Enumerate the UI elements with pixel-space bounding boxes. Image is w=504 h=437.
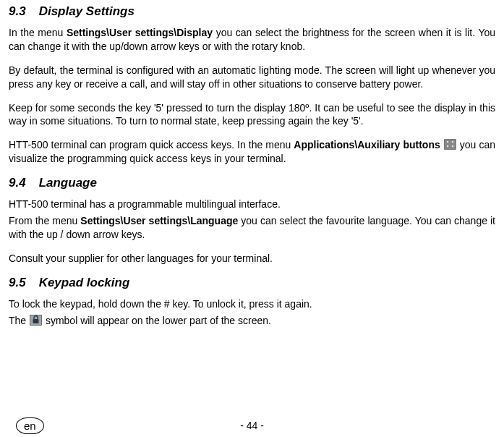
text: symbol will appear on the lower part of … [46, 315, 271, 326]
paragraph: Keep for some seconds the key '5' presse… [9, 101, 495, 129]
text: In the menu [9, 27, 67, 38]
paragraph: The symbol will appear on the lower part… [9, 314, 495, 328]
section-title: Language [39, 176, 97, 190]
menu-path: Applications\Auxiliary buttons [294, 139, 440, 150]
section-title: Display Settings [39, 4, 134, 18]
text: The [9, 315, 29, 326]
section-number: 9.5 [9, 276, 26, 289]
svg-rect-6 [33, 319, 39, 323]
menu-path: Settings\User settings\Language [80, 215, 238, 226]
section-number: 9.4 [9, 176, 26, 190]
section-heading-display: 9.3Display Settings [9, 4, 495, 19]
page-number: - 44 - [0, 420, 504, 431]
svg-point-1 [446, 141, 448, 143]
svg-point-3 [446, 145, 448, 148]
paragraph: To lock the keypad, hold down the # key.… [9, 297, 495, 311]
paragraph: HTT-500 terminal can program quick acces… [9, 138, 495, 166]
section-heading-language: 9.4Language [9, 176, 495, 190]
paragraph: From the menu Settings\User settings\Lan… [9, 214, 495, 242]
section-9-4: 9.4Language HTT-500 terminal has a progr… [9, 176, 495, 266]
svg-rect-0 [444, 139, 456, 150]
svg-point-2 [451, 141, 453, 143]
svg-point-4 [451, 145, 453, 148]
language-badge: en [16, 417, 44, 434]
paragraph: Consult your supplier for other language… [9, 252, 495, 266]
text: HTT-500 terminal can program quick acces… [9, 139, 294, 150]
page-footer: - 44 - en [0, 420, 504, 431]
aux-buttons-icon [444, 139, 456, 150]
lock-icon [30, 315, 42, 326]
menu-path: Settings\User settings\Display [67, 27, 213, 38]
section-number: 9.3 [9, 4, 26, 18]
section-9-3: 9.3Display Settings In the menu Settings… [9, 4, 495, 166]
text: From the menu [9, 215, 80, 226]
section-heading-keypad: 9.5Keypad locking [9, 276, 495, 290]
paragraph: In the menu Settings\User settings\Displ… [9, 26, 495, 54]
paragraph: HTT-500 terminal has a programmable mult… [9, 198, 495, 211]
section-9-5: 9.5Keypad locking To lock the keypad, ho… [9, 276, 495, 328]
section-title: Keypad locking [39, 276, 130, 289]
paragraph: By default, the terminal is configured w… [9, 64, 495, 91]
